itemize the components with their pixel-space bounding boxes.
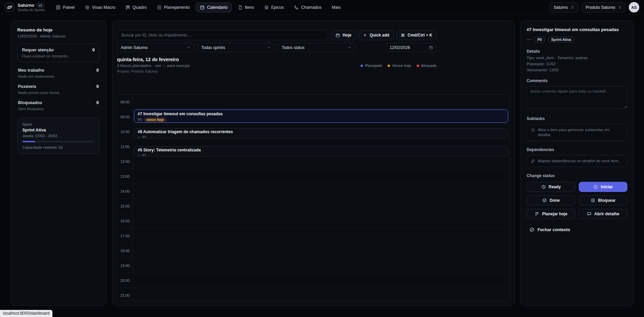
subtasks-text: Abra o item para gerenciar subtarefas em… <box>538 127 624 138</box>
priority-badge: P0 <box>534 36 545 43</box>
bloquear-button[interactable]: Bloquear <box>579 195 627 205</box>
document-icon <box>238 5 243 10</box>
details-heading: Details <box>527 49 627 54</box>
time-slot[interactable] <box>133 258 509 273</box>
nav-label: Mais <box>332 5 341 10</box>
hour-label: 11:00 <box>117 139 133 154</box>
abrir-detalhe-button[interactable]: Abrir detalhe <box>579 209 627 219</box>
detail-line: Tipo: work_item · Tamanho: padrao <box>527 56 627 60</box>
assignee-filter-value: Admin Saturno <box>121 45 147 50</box>
tab-painel[interactable]: Painel <box>51 2 79 13</box>
time-slot[interactable] <box>133 95 509 109</box>
tab-calendario[interactable]: Calendario <box>196 2 232 13</box>
checklist-icon <box>530 128 535 132</box>
target-icon <box>85 5 90 10</box>
calendar-event[interactable]: #5 Story: Telemetria centralizada P1 <box>134 146 508 156</box>
calendar-lanes: #7 Investigar timeout em consultas pesad… <box>133 95 509 300</box>
nav-label: Visao Macro <box>92 5 115 10</box>
time-slot[interactable] <box>133 184 509 199</box>
hour-label: 15:00 <box>117 199 133 214</box>
layers-icon <box>264 5 269 10</box>
today-button[interactable]: Hoje <box>331 30 356 40</box>
hour-label: 13:00 <box>117 169 133 184</box>
planejar-hoje-label: Planejar hoje <box>542 212 568 216</box>
assignee-filter-select[interactable]: Admin Saturno <box>117 43 194 52</box>
atrasado-dot-icon <box>417 65 419 67</box>
fechar-contexto-button[interactable]: Fechar contexto <box>527 227 627 232</box>
iniciar-button[interactable]: Iniciar <box>579 182 627 192</box>
planejar-hoje-button[interactable]: Planejar hoje <box>527 209 575 219</box>
detail-panel: #7 Investigar timeout em consultas pesad… <box>520 20 634 306</box>
avatar[interactable]: AS <box>629 2 639 13</box>
ready-button[interactable]: Ready <box>527 182 575 192</box>
workspace-select[interactable]: Saturno <box>549 2 578 13</box>
chevrons-updown-icon <box>571 5 574 9</box>
slash-circle-icon <box>529 227 534 232</box>
command-icon: ⌘ <box>401 33 405 38</box>
time-slot[interactable] <box>133 214 509 228</box>
search-input[interactable] <box>117 30 328 40</box>
sprint-card[interactable]: Sprint Sprint Ativa Janela: 07/02 - 20/0… <box>17 118 99 154</box>
date-picker-value: 12/02/2026 <box>390 45 410 50</box>
calendar-icon <box>429 46 433 50</box>
attention-card[interactable]: Requer atenção 0 Fluxo estável no moment… <box>17 44 99 62</box>
stat-my-work: Meu trabalho 0 Nada em andamento. <box>17 68 99 78</box>
product-select[interactable]: Produto Saturno <box>581 2 625 13</box>
attention-desc: Fluxo estável no momento. <box>22 54 95 58</box>
time-slot[interactable] <box>133 228 509 243</box>
tab-chamados[interactable]: Chamados <box>290 2 326 13</box>
sprint-filter-select[interactable]: Todas sprints <box>198 43 275 52</box>
comment-input[interactable] <box>527 86 627 108</box>
calendar-event-selected[interactable]: #7 Investigar timeout em consultas pesad… <box>134 109 508 123</box>
stat-desc: Nada pronto para iniciar. <box>18 91 99 95</box>
sprint-name: Sprint Ativa <box>22 128 94 132</box>
check-circle-icon <box>542 198 547 203</box>
detail-title: #7 Investigar timeout em consultas pesad… <box>527 27 627 32</box>
done-button[interactable]: Done <box>527 195 575 205</box>
hour-label: 09:00 <box>117 109 133 124</box>
time-slot[interactable] <box>133 288 509 301</box>
time-slot[interactable] <box>133 169 509 184</box>
status-buttons: Ready Iniciar Done <box>527 182 627 219</box>
quick-add-button[interactable]: Quick add <box>359 30 394 40</box>
time-slot[interactable] <box>133 273 509 288</box>
calendar-controls: Hoje Quick add ⌘ Cmd/Ctrl + K Admin Sat <box>117 30 437 73</box>
time-gutter: 08:00 09:00 10:00 11:00 12:00 13:00 14:0… <box>117 95 133 300</box>
tab-mais[interactable]: Mais <box>327 2 345 13</box>
command-palette-button[interactable]: ⌘ Cmd/Ctrl + K <box>396 30 437 40</box>
topbar: Saturno v1 Gestão de Sprints Painel Visa… <box>0 0 644 15</box>
tab-visao-macro[interactable]: Visao Macro <box>80 2 120 13</box>
tab-quadro[interactable]: Quadro <box>121 2 151 13</box>
iniciar-label: Iniciar <box>601 185 613 189</box>
tab-epicos[interactable]: Epicos <box>260 2 289 13</box>
flag-icon <box>535 212 539 216</box>
product-select-value: Produto Saturno <box>586 5 615 10</box>
chevrons-updown-icon <box>618 5 622 9</box>
tab-planejamento[interactable]: Planejamento <box>153 2 194 13</box>
time-slot[interactable] <box>133 243 509 258</box>
time-slot[interactable] <box>133 199 509 214</box>
nav-label: Quadro <box>133 5 147 10</box>
phone-icon <box>294 5 299 10</box>
abrir-detalhe-label: Abrir detalhe <box>594 212 619 216</box>
date-picker[interactable]: 12/02/2026 <box>386 43 437 52</box>
status-filter-select[interactable]: Todos status <box>278 43 355 52</box>
event-priority: P1 <box>142 135 146 138</box>
dependencies-text: Mapeie dependências no detalhe do work i… <box>538 158 619 164</box>
sprint-progress-fill <box>22 141 35 142</box>
version-badge: v1 <box>36 3 45 8</box>
stat-blocked: Bloqueados 0 Sem bloqueios. <box>17 100 99 111</box>
dependencies-box: Mapeie dependências no detalhe do work i… <box>527 155 627 167</box>
nav-label: Epicos <box>271 5 284 10</box>
hour-label: 19:00 <box>117 258 133 273</box>
tab-itens[interactable]: Itens <box>233 2 258 13</box>
calendar-event[interactable]: #8 Automatizar triagem de chamados recor… <box>134 128 508 138</box>
app-name: Saturno <box>18 3 34 8</box>
day-title: quinta-feira, 12 de fevereiro <box>117 57 437 62</box>
sidebar-subtitle: 12/02/2026 · Admin Saturno <box>17 34 99 38</box>
detail-line: Planejado: 11/02 <box>527 62 627 66</box>
event-priority: P0 <box>138 118 142 122</box>
grid-icon <box>56 5 61 10</box>
event-priority: P1 <box>142 153 146 156</box>
command-palette-label: Cmd/Ctrl + K <box>408 33 432 38</box>
